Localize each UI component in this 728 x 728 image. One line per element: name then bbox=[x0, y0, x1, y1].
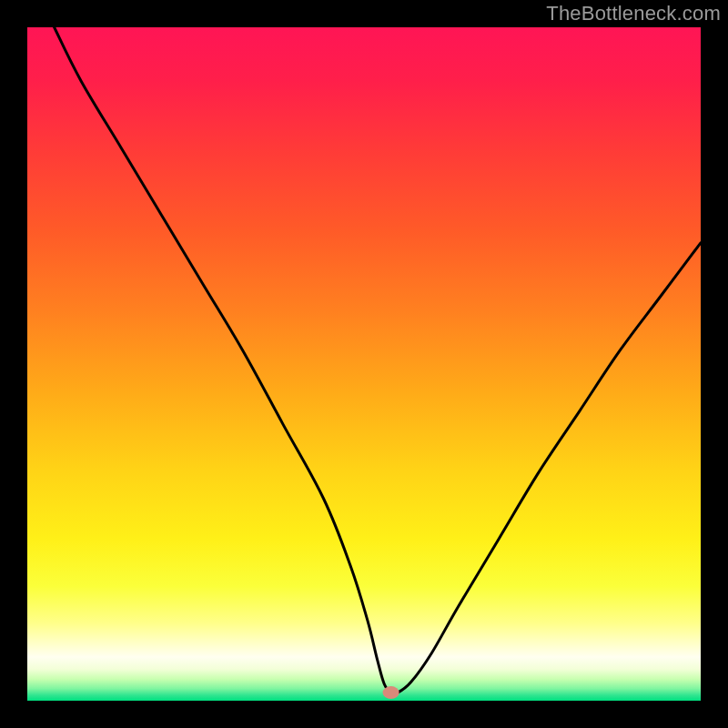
bottleneck-chart bbox=[0, 0, 728, 728]
chart-frame: TheBottleneck.com bbox=[0, 0, 728, 728]
watermark-text: TheBottleneck.com bbox=[546, 2, 721, 25]
optimal-point-marker bbox=[383, 686, 399, 699]
plot-background bbox=[27, 27, 701, 701]
